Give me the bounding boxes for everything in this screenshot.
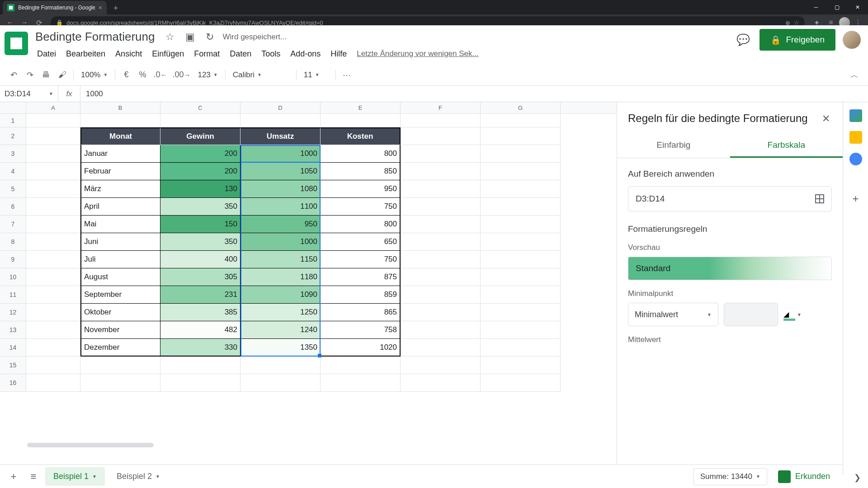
menu-daten[interactable]: Daten — [225, 47, 256, 61]
calendar-addon-icon[interactable] — [849, 109, 862, 122]
cell[interactable] — [26, 198, 80, 216]
cell[interactable]: April — [80, 198, 160, 216]
sheet-tab-2[interactable]: Beispiel 2▼ — [108, 467, 168, 486]
cell[interactable]: 950 — [321, 180, 401, 198]
user-avatar[interactable] — [843, 31, 861, 49]
row-header-3[interactable]: 3 — [0, 145, 26, 163]
cell[interactable]: 482 — [160, 321, 241, 339]
cell[interactable] — [26, 180, 80, 198]
col-header-d[interactable]: D — [241, 102, 321, 113]
cell[interactable]: 859 — [321, 286, 401, 304]
cell[interactable] — [26, 251, 80, 268]
cell[interactable] — [481, 286, 561, 304]
cell[interactable]: Januar — [80, 145, 160, 163]
formula-input[interactable]: 1000 — [80, 89, 868, 99]
menu-format[interactable]: Format — [189, 47, 224, 61]
cell[interactable]: 800 — [321, 216, 401, 233]
close-panel-icon[interactable]: ✕ — [820, 111, 832, 127]
add-addon-icon[interactable]: + — [852, 192, 859, 205]
cell[interactable]: 330 — [160, 339, 241, 357]
cell[interactable] — [401, 163, 481, 180]
cell[interactable] — [401, 114, 481, 127]
name-box[interactable]: D3:D14▼ — [0, 89, 58, 99]
row-header-13[interactable]: 13 — [0, 321, 26, 339]
cell[interactable] — [321, 114, 401, 127]
cell[interactable]: Juni — [80, 233, 160, 251]
cell[interactable] — [80, 357, 160, 374]
cell[interactable]: 1000 — [241, 145, 321, 163]
explore-button[interactable]: Erkunden — [771, 470, 837, 483]
tab-color-scale[interactable]: Farbskala — [730, 134, 843, 158]
cell[interactable]: 1180 — [241, 268, 321, 286]
cell[interactable] — [481, 251, 561, 268]
cell[interactable]: August — [80, 268, 160, 286]
decrease-decimal-button[interactable]: .0← — [151, 68, 169, 82]
horizontal-scrollbar[interactable] — [27, 443, 154, 447]
sum-indicator[interactable]: Summe: 13440▼ — [693, 468, 767, 485]
zoom-select[interactable]: 100%▼ — [77, 70, 111, 80]
cell[interactable] — [401, 304, 481, 321]
cell[interactable]: 1240 — [241, 321, 321, 339]
menu-einfuegen[interactable]: Einfügen — [147, 47, 189, 61]
row-header-5[interactable]: 5 — [0, 180, 26, 198]
cell[interactable] — [26, 163, 80, 180]
close-window-icon[interactable]: ✕ — [847, 0, 868, 14]
row-header-8[interactable]: 8 — [0, 233, 26, 251]
col-header-f[interactable]: F — [401, 102, 481, 113]
cell[interactable] — [401, 145, 481, 163]
font-size-select[interactable]: 11▼ — [300, 70, 332, 80]
cell[interactable] — [321, 374, 401, 392]
cell[interactable]: Februar — [80, 163, 160, 180]
move-doc-icon[interactable]: ▣ — [183, 30, 197, 44]
add-sheet-button[interactable]: + — [5, 469, 22, 485]
close-tab-icon[interactable]: × — [99, 4, 102, 11]
cell[interactable] — [401, 251, 481, 268]
cell[interactable]: 1080 — [241, 180, 321, 198]
min-color-picker[interactable]: ◢ ▼ — [783, 310, 802, 319]
min-value-input[interactable] — [724, 303, 778, 326]
row-header-11[interactable]: 11 — [0, 286, 26, 304]
font-select[interactable]: Calibri▼ — [229, 70, 292, 80]
cell[interactable] — [26, 321, 80, 339]
cell[interactable] — [481, 145, 561, 163]
cell[interactable] — [26, 145, 80, 163]
cell[interactable] — [26, 374, 80, 392]
last-edit-link[interactable]: Letzte Änderung vor wenigen Sek... — [352, 47, 483, 61]
cell[interactable] — [321, 357, 401, 374]
cell[interactable]: 1150 — [241, 251, 321, 268]
cell[interactable] — [481, 198, 561, 216]
cell[interactable] — [26, 127, 80, 145]
keep-addon-icon[interactable] — [849, 131, 862, 144]
menu-ansicht[interactable]: Ansicht — [111, 47, 146, 61]
cell[interactable] — [160, 357, 241, 374]
cell[interactable] — [401, 286, 481, 304]
maximize-icon[interactable]: ▢ — [826, 0, 847, 14]
cell[interactable]: 130 — [160, 180, 241, 198]
collapse-toolbar-icon[interactable]: ︿ — [847, 68, 862, 82]
cell[interactable]: 200 — [160, 145, 241, 163]
row-header-4[interactable]: 4 — [0, 163, 26, 180]
cell[interactable]: 875 — [321, 268, 401, 286]
cell[interactable] — [481, 357, 561, 374]
row-header-15[interactable]: 15 — [0, 357, 26, 374]
star-doc-icon[interactable]: ☆ — [163, 30, 177, 44]
cell[interactable]: 950 — [241, 216, 321, 233]
row-header-9[interactable]: 9 — [0, 251, 26, 268]
cell[interactable]: Juli — [80, 251, 160, 268]
cell[interactable] — [26, 216, 80, 233]
cell[interactable] — [26, 114, 80, 127]
menu-addons[interactable]: Add-ons — [286, 47, 325, 61]
tasks-addon-icon[interactable] — [849, 153, 862, 165]
document-title[interactable]: Bedingte Formatierung — [33, 29, 157, 45]
cell[interactable] — [401, 268, 481, 286]
cell[interactable]: 850 — [321, 163, 401, 180]
hide-side-panel-icon[interactable]: ❯ — [854, 473, 861, 483]
all-sheets-button[interactable]: ≡ — [25, 469, 42, 485]
cell[interactable]: November — [80, 321, 160, 339]
cell[interactable]: 1100 — [241, 198, 321, 216]
sheet-tab-1[interactable]: Beispiel 1▼ — [45, 467, 105, 486]
row-header-2[interactable]: 2 — [0, 127, 26, 145]
cell[interactable] — [401, 127, 481, 145]
cell[interactable] — [401, 374, 481, 392]
cell[interactable]: 1250 — [241, 304, 321, 321]
